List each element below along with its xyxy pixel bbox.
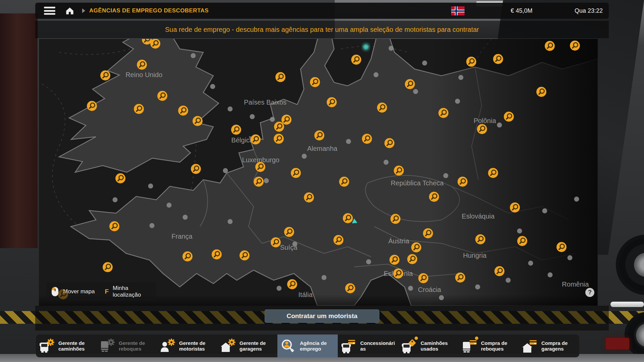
agency-marker-icon[interactable] — [192, 116, 203, 126]
city-dot — [574, 196, 579, 201]
tab-gerente-de-caminhoes[interactable]: Gerente de caminhões — [36, 335, 96, 357]
agency-marker-icon[interactable] — [273, 133, 284, 144]
agency-marker-icon[interactable] — [137, 59, 147, 70]
agency-marker-icon[interactable] — [457, 176, 468, 187]
my-location-hint[interactable]: F Minha localização — [105, 285, 150, 298]
agency-marker-icon[interactable] — [429, 191, 439, 202]
city-dot — [388, 46, 393, 51]
agency-marker-icon[interactable] — [384, 138, 395, 148]
agency-marker-icon[interactable] — [253, 176, 264, 187]
hire-driver-button[interactable]: Contratar um motorista — [265, 309, 379, 323]
agency-marker-icon[interactable] — [509, 202, 520, 213]
agency-marker-icon[interactable] — [407, 254, 418, 264]
agency-marker-icon[interactable] — [377, 102, 387, 113]
agency-marker-icon[interactable] — [284, 227, 294, 237]
truck-wheel — [616, 235, 644, 295]
agency-marker-icon[interactable] — [115, 173, 126, 184]
agency-marker-icon[interactable] — [517, 236, 528, 246]
tab-agencia-de-emprego[interactable]: Agência de emprego — [277, 335, 338, 357]
agency-marker-icon[interactable] — [466, 56, 477, 67]
agency-marker-icon[interactable] — [493, 54, 503, 64]
home-icon[interactable] — [65, 6, 75, 15]
tab-compra-de-reboques[interactable]: Compra de reboques — [459, 335, 519, 357]
agency-marker-icon[interactable] — [494, 266, 505, 277]
agency-marker-icon[interactable] — [239, 250, 250, 261]
agency-marker-icon[interactable] — [333, 235, 344, 245]
country-label-reino-unido: Reino Unido — [125, 71, 162, 79]
agency-marker-icon[interactable] — [270, 237, 281, 248]
agency-marker-icon[interactable] — [255, 162, 266, 172]
agency-marker-icon[interactable] — [556, 242, 567, 252]
agency-marker-icon[interactable] — [488, 168, 498, 178]
agency-marker-icon[interactable] — [438, 108, 449, 118]
tab-gerente-de-reboques[interactable]: Gerente de reboques — [96, 335, 157, 357]
agency-marker-icon[interactable] — [544, 41, 555, 51]
agency-marker-icon[interactable] — [109, 221, 120, 232]
chevron-right-icon — [82, 8, 85, 13]
agency-marker-icon[interactable] — [418, 273, 429, 284]
agency-marker-icon[interactable] — [191, 164, 201, 174]
tab-gerente-de-garagens[interactable]: Gerente de garagens — [217, 335, 277, 357]
new-item-badge — [475, 337, 478, 340]
agency-marker-icon[interactable] — [150, 39, 161, 49]
city-dot — [264, 178, 269, 183]
agency-marker-icon[interactable] — [275, 72, 286, 82]
city-dot — [292, 242, 298, 247]
agency-marker-icon[interactable] — [100, 70, 111, 81]
agency-marker-icon[interactable] — [102, 262, 113, 273]
agency-marker-icon[interactable] — [503, 111, 514, 122]
agency-marker-icon[interactable] — [274, 121, 284, 132]
agency-marker-icon[interactable] — [351, 54, 362, 65]
agency-marker-icon[interactable] — [250, 134, 261, 145]
agency-marker-icon[interactable] — [362, 133, 372, 144]
agency-marker-icon[interactable] — [475, 234, 486, 245]
agency-marker-icon[interactable] — [342, 213, 353, 224]
agency-marker-icon[interactable] — [405, 79, 415, 89]
tab-caminhoes-usados[interactable]: Caminhões usados — [398, 335, 459, 357]
city-dot — [517, 229, 522, 234]
agency-marker-icon[interactable] — [536, 86, 547, 97]
menu-icon[interactable] — [44, 7, 55, 15]
tab-compra-de-garagens[interactable]: Compra de garagens — [519, 335, 579, 357]
agency-marker-icon[interactable] — [287, 279, 298, 290]
agency-marker-icon[interactable] — [326, 97, 337, 108]
agency-marker-icon[interactable] — [133, 104, 144, 114]
top-bar: AGÊNCIAS DE EMPREGO DESCOBERTAS € 45,0M … — [35, 3, 609, 19]
city-dot — [475, 285, 480, 290]
agency-marker-icon[interactable] — [423, 228, 433, 239]
agency-marker-icon[interactable] — [345, 283, 356, 294]
agency-marker-icon[interactable] — [477, 124, 487, 134]
agency-marker-icon[interactable] — [390, 214, 401, 224]
agency-marker-icon[interactable] — [314, 130, 325, 141]
city-dot — [112, 197, 117, 202]
agency-marker-icon[interactable] — [310, 77, 320, 87]
agency-marker-icon[interactable] — [393, 268, 404, 279]
agency-marker-icon[interactable] — [393, 165, 404, 176]
agency-marker-icon[interactable] — [455, 272, 466, 283]
agency-marker-icon[interactable] — [211, 249, 222, 260]
agency-marker-icon[interactable] — [570, 40, 580, 51]
driver-manager-icon — [160, 339, 175, 353]
tab-label: Caminhões usados — [421, 340, 455, 352]
agency-marker-icon[interactable] — [231, 124, 241, 135]
tab-label: Gerente de motoristas — [179, 340, 214, 352]
country-label-romenia: Romênia — [562, 281, 589, 288]
tab-gerente-de-motoristas[interactable]: Gerente de motoristas — [157, 335, 217, 357]
country-label-austria: Áustria — [388, 237, 409, 245]
help-icon[interactable]: ? — [585, 288, 594, 297]
agency-marker-icon[interactable] — [389, 254, 400, 265]
hire-strip: Contratar um motorista — [35, 306, 609, 330]
agency-marker-icon[interactable] — [58, 289, 68, 300]
agency-marker-icon[interactable] — [339, 176, 350, 187]
tab-concessionarias[interactable]: Concessionárias — [338, 335, 398, 357]
agency-marker-icon[interactable] — [290, 168, 301, 178]
agency-map[interactable]: Mover mapa F Minha localização ? Reino U… — [39, 39, 598, 306]
my-location-label: Minha localização — [113, 285, 150, 298]
agency-marker-icon[interactable] — [304, 192, 314, 203]
city-dot — [455, 99, 460, 104]
agency-marker-icon[interactable] — [182, 251, 193, 262]
agency-marker-icon[interactable] — [178, 105, 189, 116]
agency-marker-icon[interactable] — [411, 242, 422, 253]
agency-marker-icon[interactable] — [157, 90, 168, 101]
agency-marker-icon[interactable] — [87, 101, 97, 111]
